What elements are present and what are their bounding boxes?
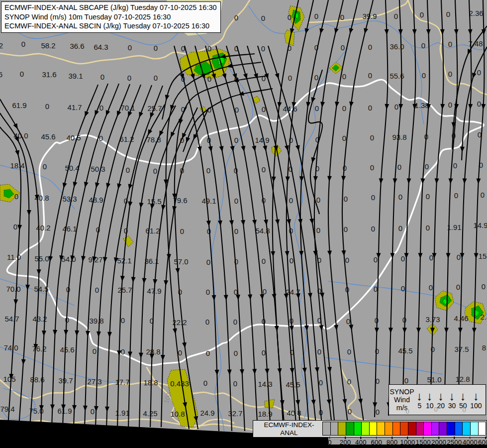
synop-scale-entry: ↓30 (448, 390, 456, 410)
cape-value-label: 36.0 (390, 42, 404, 51)
cape-value-label: 51.0 (427, 375, 441, 384)
cape-value-label: 0 (99, 104, 103, 112)
cape-value-label: 0 (289, 196, 293, 205)
cape-value-label: 1.38 (414, 101, 429, 110)
cape-colorbar-cell (431, 422, 440, 436)
cape-value-label: 15 (479, 252, 487, 260)
synop-scale-entry: ↓10 (426, 390, 434, 410)
synop-scale-entry: ↓20 (437, 390, 445, 410)
cape-value-label: 0 (154, 74, 158, 82)
cape-value-label: 50.3 (91, 165, 105, 173)
cape-value-label: 0 (374, 255, 378, 264)
cape-colorbar-cell (377, 422, 385, 436)
cape-value-label: 0 (344, 195, 348, 203)
cape-value-label: 0 (347, 377, 351, 386)
cape-value-label: 0 (233, 379, 237, 388)
cape-value-label: 0 (477, 68, 481, 77)
cape-value-label: 0 (206, 166, 210, 175)
cape-value-label: 0 (482, 282, 486, 291)
cape-colorbar-cell (470, 422, 479, 436)
cape-value-label: 0 (14, 192, 18, 201)
cape-value-label: 0 (394, 103, 398, 111)
cape-value-label: 48.9 (89, 196, 103, 204)
cape-value-label: 6 (0, 70, 2, 79)
wind-speed-label: 10 (426, 402, 434, 410)
cape-value-label: 2.4 (481, 313, 487, 321)
synop-scale-entry: ↓5 (416, 390, 422, 410)
cape-value-label: 64.3 (94, 43, 108, 51)
cape-value-label: 12.8 (455, 375, 470, 383)
cape-unit-label: J/kg (269, 438, 323, 446)
cape-colorbar-cell (369, 422, 378, 436)
cape-value-label: 36.6 (70, 42, 84, 50)
cape-value-label: 0 (127, 74, 131, 82)
cape-value-label: 0 (154, 44, 158, 52)
cape-value-label: 0 (457, 253, 461, 261)
wind-speed-label: 5 (417, 402, 421, 410)
synop-legend-labels: SYNOP Wind m/s (389, 388, 415, 412)
cape-value-label: 0 (370, 163, 374, 172)
cape-value-label: 0 (368, 104, 372, 112)
cape-colorbar-cell (478, 422, 487, 436)
cape-value-label: 45.6 (60, 345, 74, 354)
cape-value-label: 0 (100, 73, 104, 81)
cape-value-label: 0 (401, 254, 405, 263)
cape-value-label: 0 (91, 407, 95, 416)
wind-speed-label: 100 (470, 402, 482, 410)
cape-tick-label: 600 (371, 439, 382, 446)
cape-value-label: 0 (448, 101, 452, 109)
cape-tick-label: 6000 (478, 439, 487, 446)
cape-value-label: 0 (456, 283, 460, 291)
cape-value-label: 0 (13, 223, 17, 231)
cape-value-label: 0 (203, 379, 207, 387)
synop-arrow-scale: ↓5↓10↓20↓30↓50↓100 (415, 390, 486, 410)
cape-value-label: 0 (178, 348, 182, 357)
cape-value-label: 49.1 (201, 197, 216, 205)
synop-scale-entry: ↓100 (470, 390, 482, 410)
cape-value-label: 0 (342, 134, 346, 142)
cape-value-label: 0 (233, 318, 237, 326)
cape-value-label: 0 (234, 197, 238, 205)
cape-value-label: 39.1 (68, 72, 83, 80)
cape-value-label: 0 (126, 166, 130, 174)
cape-tick-label: 0 (328, 439, 332, 446)
cape-colorbar-cell (447, 422, 455, 436)
cape-value-label: 0 (397, 163, 401, 171)
cape-value-label: 0 (21, 40, 25, 48)
cape-value-label: 0 (20, 70, 24, 78)
cape-value-label: 9.27 (88, 255, 102, 264)
cape-value-label: 0 (205, 318, 209, 326)
cape-value-label: 0 (261, 14, 265, 22)
cape-value-label: 45.5 (398, 346, 412, 355)
cape-value-label: 0 (398, 193, 402, 201)
weather-map: 1001000000039.90002.362058.236.664.30000… (0, 0, 487, 448)
cape-value-label: 0 (448, 70, 452, 78)
title-line-sbcin: ECMWF-INDEX-ANAL SBCIN (J/kg) Tuesday 07… (4, 21, 217, 31)
sbcin-zero-label: 0 (462, 406, 466, 414)
wind-arrow-icon: ↓ (473, 390, 479, 402)
cape-value-label: 44.6 (283, 105, 297, 113)
cape-value-label: 0 (404, 376, 408, 385)
cape-value-label: 11.0 (7, 253, 21, 261)
cape-value-label: 0.433 (170, 379, 189, 388)
cape-value-label: 0 (207, 75, 211, 83)
cape-value-label: 0 (481, 191, 485, 199)
cape-colorbar-cell (408, 422, 416, 436)
cape-tick-label: 2500 (447, 439, 462, 446)
cape-value-label: 2.36 (469, 9, 483, 17)
cape-value-label: 0 (376, 377, 380, 385)
cape-value-label: 61.9 (57, 407, 72, 415)
cape-value-label: 39.8 (89, 317, 103, 325)
cape-value-label: 41.7 (67, 103, 82, 112)
cape-value-label: 0 (371, 224, 375, 233)
cape-value-label: 0 (371, 193, 375, 202)
cape-value-label: 0 (262, 348, 266, 357)
cape-value-label: 74.0 (3, 343, 18, 352)
cape-value-label: 0 (206, 288, 210, 296)
cape-tick-label: 200 (340, 439, 351, 446)
cape-value-label: 8 (482, 343, 486, 352)
cape-value-label: 93.8 (392, 133, 406, 141)
synop-legend-subtitle: Wind (389, 396, 415, 404)
cape-value-label: 0 (429, 283, 433, 292)
cape-value-label: 0 (344, 225, 348, 233)
